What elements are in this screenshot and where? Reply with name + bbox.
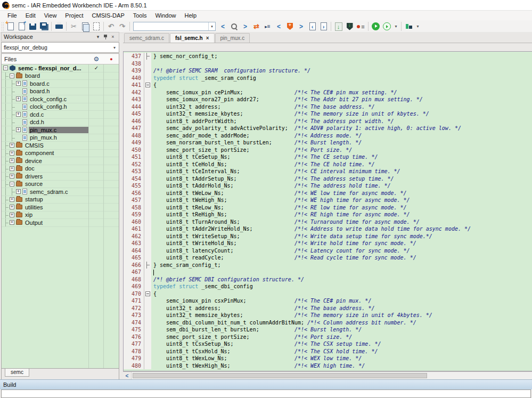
workspace-pin-icon[interactable] <box>102 34 109 40</box>
code-line[interactable]: 462 uint8_t tWriteSetup_Ns; /*!< Write d… <box>124 233 532 240</box>
fold-column[interactable] <box>144 82 151 89</box>
code-line[interactable]: 437} semc_nor_config_t; <box>124 53 532 60</box>
run-icon[interactable] <box>371 21 381 31</box>
code-line[interactable]: 446 uint8_t addrPortWidth; /*!< The addr… <box>124 118 532 125</box>
build-config-icon[interactable] <box>404 21 414 31</box>
tree-item-board[interactable]: −board <box>2 72 119 80</box>
save-icon[interactable] <box>28 21 38 31</box>
tree-item-component[interactable]: +component <box>2 150 119 158</box>
editor-tab-semc-sdram-c[interactable]: semc_sdram.c <box>124 33 169 43</box>
search-combo[interactable]: ▾ <box>133 22 216 31</box>
collapse-icon[interactable]: − <box>10 74 14 78</box>
fold-end-icon[interactable] <box>146 53 150 60</box>
horizontal-scrollbar[interactable]: < <box>123 371 532 379</box>
close-icon[interactable]: × <box>206 35 209 41</box>
expand-icon[interactable]: + <box>10 220 14 225</box>
expand-icon[interactable]: + <box>10 205 14 209</box>
expand-icon[interactable]: + <box>10 158 14 163</box>
code-line[interactable]: 455 uint8_t tAddrHold_Ns; /*!< The addre… <box>124 182 532 190</box>
expand-icon[interactable]: + <box>16 127 21 132</box>
code-line[interactable]: 463 uint8_t tWriteHold_Ns; /*!< Write ho… <box>124 240 532 247</box>
code-line[interactable]: 451 uint8_t tCeSetup_Ns; /*!< The CE set… <box>124 153 532 161</box>
code-line[interactable]: 440typedef struct _semc_sram_config <box>124 75 532 82</box>
undo-icon[interactable] <box>106 21 116 31</box>
code-line[interactable]: 461 uint8_t tAddr2WriteHold_Ns; /*!< Add… <box>124 225 532 233</box>
expand-icon[interactable]: + <box>10 174 14 178</box>
code-line[interactable]: 441{ <box>124 82 532 89</box>
tree-item-semc-sdram-c[interactable]: +semc_sdram.c <box>2 188 119 196</box>
new-doc-icon[interactable] <box>5 21 15 31</box>
code-line[interactable]: 464 uint8_t latencyCount; /*!< Latency c… <box>124 247 532 255</box>
menu-tools[interactable]: Tools <box>129 12 151 19</box>
tree-item-pin-mux-c[interactable]: +pin_mux.c <box>2 126 119 134</box>
download-icon[interactable] <box>333 21 343 31</box>
breakpoint-shield-icon[interactable] <box>285 21 295 31</box>
code-line[interactable]: 453 uint8_t tCeInterval_Ns; /*!< CE inte… <box>124 168 532 175</box>
menu-window[interactable]: Window <box>151 12 180 19</box>
breakpoint-list-icon[interactable] <box>356 21 366 31</box>
tree-item-dcd-c[interactable]: +dcd.c <box>2 111 119 119</box>
tree-item-source[interactable]: −source <box>2 181 119 189</box>
dropdown-icon[interactable] <box>415 21 421 31</box>
replace-icon[interactable] <box>251 21 261 31</box>
find-icon[interactable] <box>229 21 239 31</box>
tree-item-clock-config-h[interactable]: clock_config.h <box>2 103 119 111</box>
code-line[interactable]: 444 uint32_t address; /*!< The base addr… <box>124 103 532 111</box>
tree-item-doc[interactable]: +doc <box>2 165 119 173</box>
paste-icon[interactable] <box>91 21 101 31</box>
scrollbar-thumb[interactable] <box>133 373 427 378</box>
find-prev-icon[interactable] <box>218 21 228 31</box>
tree-item-pin-mux-h[interactable]: pin_mux.h <box>2 134 119 142</box>
code-line[interactable]: 465 uint8_t readCycle; /*!< Read cycle t… <box>124 254 532 262</box>
code-line[interactable]: 459 uint8_t tReHigh_Ns; /*!< RE high tim… <box>124 211 532 218</box>
save-all-icon[interactable] <box>39 21 49 31</box>
menu-edit[interactable]: Edit <box>21 12 40 19</box>
code-line[interactable]: 470{ <box>124 290 532 298</box>
menu-view[interactable]: View <box>40 12 61 19</box>
tree-item-board-c[interactable]: +board.c <box>2 80 119 88</box>
menu-cmsis-dap[interactable]: CMSIS-DAP <box>88 12 129 19</box>
code-line[interactable]: 454 uint8_t tAddrSetup_Ns; /*!< The addr… <box>124 175 532 183</box>
expand-icon[interactable]: + <box>10 197 14 202</box>
tree-item-startup[interactable]: +startup <box>2 196 119 204</box>
build-config-dropdown[interactable]: flexspi_nor_debug ▾ <box>1 42 119 53</box>
breakpoint-column-icon[interactable]: ● <box>104 56 119 62</box>
code-line[interactable]: 471 semc_iomux_pin csxPinMux; /*!< The C… <box>124 297 532 305</box>
code-line[interactable]: 445 uint32_t memsize_kbytes; /*!< The me… <box>124 110 532 118</box>
bookmark-list-icon[interactable] <box>263 21 273 31</box>
tree-item-xip[interactable]: +xip <box>2 212 119 220</box>
code-line[interactable]: 467 <box>124 269 532 276</box>
print-icon[interactable] <box>54 21 64 31</box>
doc-prev-icon[interactable] <box>307 21 317 31</box>
code-line[interactable]: 479 uint8_t tWexLow_Ns; /*!< WEX low tim… <box>124 355 532 362</box>
open-doc-icon[interactable] <box>17 21 27 31</box>
tree-item-board-h[interactable]: board.h <box>2 88 119 96</box>
cut-icon[interactable] <box>69 21 79 31</box>
code-line[interactable]: 448 semc_addr_mode_t addrMode; /*!< Addr… <box>124 132 532 140</box>
code-line[interactable]: 443 semc_iomux_nora27_pin addr27; /*!< T… <box>124 96 532 103</box>
workspace-menu-icon[interactable]: ▾ <box>94 34 102 39</box>
expand-icon[interactable]: + <box>10 151 14 156</box>
code-line[interactable]: 447 semc_adv_polarity_t advActivePolarit… <box>124 125 532 132</box>
editor-tab-pin-mux-c[interactable]: pin_mux.c <box>215 33 250 43</box>
tree-item-utilities[interactable]: +utilities <box>2 204 119 212</box>
download-debug-icon[interactable] <box>345 21 355 31</box>
tree-item-output[interactable]: +Output <box>2 219 119 227</box>
code-line[interactable]: 468/*! @brief SEMC DBI configuration str… <box>124 276 532 283</box>
menu-file[interactable]: File <box>3 12 21 19</box>
collapse-icon[interactable]: − <box>10 182 14 186</box>
menu-help[interactable]: Help <box>181 12 201 19</box>
find-next-icon[interactable] <box>240 21 250 31</box>
code-line[interactable]: 457 uint8_t tWeHigh_Ns; /*!< WE high tim… <box>124 197 532 204</box>
workspace-tab-semc[interactable]: semc <box>5 369 29 377</box>
chevron-down-icon[interactable]: ▾ <box>208 22 215 30</box>
code-line[interactable]: 438 <box>124 60 532 68</box>
expand-icon[interactable]: + <box>10 213 14 217</box>
expand-icon[interactable]: + <box>16 189 21 194</box>
code-line[interactable]: 439/*! @brief SEMC SRAM configuration st… <box>124 67 532 75</box>
fold-column[interactable] <box>144 290 151 298</box>
code-line[interactable]: 472 uint32_t address; /*!< The base addr… <box>124 305 532 312</box>
expand-icon[interactable]: + <box>16 96 21 101</box>
tree-item-semc-flexspi-nor-d[interactable]: −semc - flexspi_nor_d...✓ <box>2 64 119 72</box>
nav-next-icon[interactable] <box>296 21 306 31</box>
